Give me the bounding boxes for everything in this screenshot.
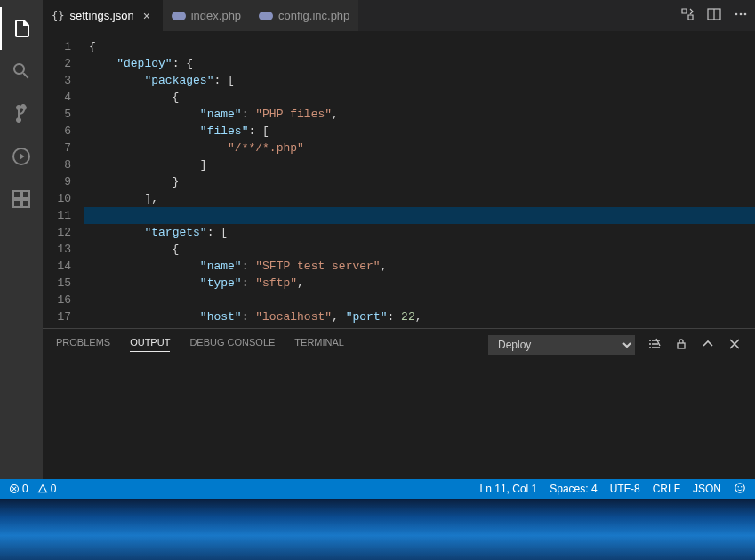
line-number: 10 (43, 190, 71, 207)
warning-badge[interactable]: 0 (37, 483, 57, 495)
code-line[interactable] (84, 292, 755, 308)
line-number: 6 (43, 123, 71, 140)
code-line[interactable]: "user": "tester", "password": "password" (84, 325, 755, 328)
line-number: 14 (43, 258, 71, 275)
php-file-icon (259, 12, 273, 20)
split-editor-icon[interactable] (707, 7, 721, 24)
line-number: 3 (43, 72, 71, 89)
code-line[interactable]: "name": "SFTP test server", (84, 258, 755, 275)
line-number: 2 (43, 55, 71, 72)
svg-point-8 (735, 483, 745, 492)
svg-line-5 (656, 339, 660, 346)
source-control-icon[interactable] (0, 92, 43, 135)
panel-tab-debug-console[interactable]: DEBUG CONSOLE (189, 337, 275, 352)
statusbar: 0 0 Ln 11, Col 1 Spaces: 4 UTF-8 CRLF JS… (0, 479, 755, 499)
svg-rect-6 (678, 343, 685, 348)
close-panel-icon[interactable] (727, 337, 742, 353)
code-line[interactable]: "name": "PHP files", (84, 106, 755, 123)
panel-tab-output[interactable]: OUTPUT (130, 337, 170, 352)
php-file-icon (172, 12, 186, 20)
line-number: 16 (43, 292, 71, 308)
encoding[interactable]: UTF-8 (610, 483, 640, 495)
activity-bar (0, 0, 43, 479)
indentation[interactable]: Spaces: 4 (550, 483, 597, 495)
line-number: 4 (43, 89, 71, 106)
clear-output-icon[interactable] (647, 337, 662, 353)
json-file-icon: {} (52, 10, 64, 22)
svg-point-4 (744, 13, 747, 16)
more-actions-icon[interactable] (734, 7, 748, 24)
code-line[interactable]: "targets": [ (84, 224, 755, 241)
code-line[interactable]: "files": [ (84, 123, 755, 140)
diff-editor-icon[interactable] (680, 7, 695, 24)
panel-tab-terminal[interactable]: TERMINAL (294, 337, 344, 352)
feedback-icon[interactable] (734, 482, 746, 497)
code-line[interactable]: { (84, 38, 755, 55)
code-line[interactable]: "/**/*.php" (84, 140, 755, 156)
line-number: 1 (43, 38, 71, 55)
tab-label: index.php (191, 9, 241, 22)
code-line[interactable] (84, 207, 755, 224)
explorer-icon[interactable] (0, 7, 43, 50)
windows-taskbar (0, 499, 755, 560)
line-number: 7 (43, 140, 71, 156)
bottom-panel: PROBLEMSOUTPUTDEBUG CONSOLETERMINAL Depl… (43, 328, 755, 479)
line-number: 12 (43, 224, 71, 241)
svg-point-3 (740, 13, 743, 16)
tab-settings-json[interactable]: {}settings.json× (43, 0, 163, 31)
tab-index-php[interactable]: index.php (163, 0, 250, 31)
code-line[interactable]: "host": "localhost", "port": 22, (84, 308, 755, 325)
code-editor[interactable]: 12345678910111213141516171819 { "deploy"… (43, 31, 755, 328)
code-line[interactable]: ], (84, 190, 755, 207)
lock-scroll-icon[interactable] (674, 337, 688, 353)
line-number: 9 (43, 173, 71, 190)
line-number: 5 (43, 106, 71, 123)
svg-point-10 (741, 485, 742, 486)
maximize-panel-icon[interactable] (701, 337, 715, 353)
tab-bar: {}settings.json×index.phpconfig.inc.php (43, 0, 755, 31)
line-number: 8 (43, 156, 71, 173)
svg-point-9 (738, 485, 739, 486)
debug-icon[interactable] (0, 135, 43, 178)
tab-label: settings.json (69, 9, 133, 22)
code-line[interactable]: { (84, 241, 755, 258)
close-tab-icon[interactable]: × (140, 9, 154, 23)
svg-point-2 (735, 13, 738, 16)
line-number: 13 (43, 241, 71, 258)
language-mode[interactable]: JSON (693, 483, 721, 495)
eol[interactable]: CRLF (653, 483, 680, 495)
line-number: 17 (43, 308, 71, 325)
line-number: 11 (43, 207, 71, 224)
panel-tab-problems[interactable]: PROBLEMS (56, 337, 110, 352)
tab-label: config.inc.php (278, 9, 349, 22)
cursor-position[interactable]: Ln 11, Col 1 (480, 483, 538, 495)
extensions-icon[interactable] (0, 178, 43, 220)
code-line[interactable]: "deploy": { (84, 55, 755, 72)
output-content (43, 360, 755, 479)
code-line[interactable]: } (84, 173, 755, 190)
code-line[interactable]: ] (84, 156, 755, 173)
error-badge[interactable]: 0 (9, 483, 28, 495)
tab-config-inc-php[interactable]: config.inc.php (250, 0, 358, 31)
output-channel-select[interactable]: Deploy (488, 335, 635, 355)
code-line[interactable]: "type": "sftp", (84, 275, 755, 292)
line-number: 15 (43, 275, 71, 292)
code-line[interactable]: { (84, 89, 755, 106)
search-icon[interactable] (0, 50, 43, 92)
code-line[interactable]: "packages": [ (84, 72, 755, 89)
